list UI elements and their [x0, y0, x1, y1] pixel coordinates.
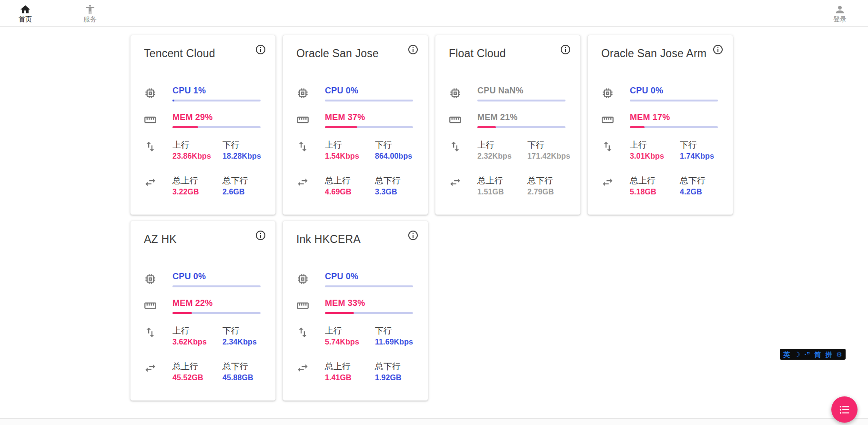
info-icon[interactable]	[406, 229, 420, 243]
swap-arrows-icon	[144, 176, 157, 189]
upload-label: 上行	[172, 325, 222, 336]
list-icon	[838, 404, 851, 416]
total-download: 总下行 2.6GB	[222, 175, 260, 196]
cpu-progressbar	[325, 285, 413, 287]
mem-progress-fill	[325, 126, 357, 128]
info-icon[interactable]	[711, 43, 725, 57]
upload-speed: 上行 3.01Kbps	[630, 139, 680, 161]
mem-label: MEM 21%	[477, 112, 565, 122]
server-list-fab[interactable]	[831, 396, 858, 423]
total-row: 总上行 45.52GB 总下行 45.88GB	[144, 361, 260, 382]
total-upload-label: 总上行	[630, 175, 680, 186]
total-row: 总上行 3.22GB 总下行 2.6GB	[144, 175, 260, 196]
up-down-arrows-icon	[449, 140, 462, 153]
nav-item-login[interactable]: 登录	[827, 4, 853, 23]
mem-label: MEM 33%	[325, 298, 413, 308]
download-value: 1.74Kbps	[680, 152, 717, 161]
download-speed: 下行 1.74Kbps	[680, 139, 717, 161]
total-download-value: 45.88GB	[222, 374, 260, 382]
mem-row: MEM 37%	[296, 112, 413, 128]
upload-speed: 上行 3.62Kbps	[172, 325, 222, 346]
cpu-chip-icon	[296, 87, 309, 100]
cpu-label: CPU NaN%	[477, 86, 565, 96]
server-grid: Tencent Cloud CPU 1% MEM 29%	[130, 35, 733, 401]
info-icon[interactable]	[406, 43, 420, 57]
upload-value: 3.01Kbps	[630, 152, 680, 161]
dashboard: Tencent Cloud CPU 1% MEM 29%	[130, 35, 733, 401]
speed-row: 上行 5.74Kbps 下行 11.69Kbps	[296, 325, 413, 346]
mem-progressbar	[325, 126, 413, 128]
download-speed: 下行 171.42Kbps	[527, 139, 570, 161]
cpu-progressbar	[630, 100, 718, 101]
cpu-row: CPU NaN%	[449, 86, 565, 101]
speed-row: 上行 3.01Kbps 下行 1.74Kbps	[601, 139, 717, 161]
server-name: Oracle San Jose Arm	[601, 47, 717, 60]
cpu-row: CPU 0%	[296, 272, 413, 287]
total-download-label: 总下行	[375, 175, 413, 186]
download-value: 11.69Kbps	[375, 338, 413, 346]
total-upload-value: 1.51GB	[477, 188, 527, 196]
server-card: Ink HKCERA CPU 0% MEM 33%	[283, 221, 428, 401]
total-download-value: 2.79GB	[527, 188, 565, 196]
up-down-arrows-icon	[144, 326, 157, 339]
mem-progress-fill	[325, 312, 354, 314]
upload-label: 上行	[172, 139, 222, 151]
ime-glyph[interactable]: ⚙	[836, 351, 842, 358]
ruler-icon	[601, 113, 614, 126]
swap-arrows-icon	[601, 176, 614, 189]
upload-label: 上行	[325, 139, 375, 151]
total-upload-value: 5.18GB	[630, 188, 680, 196]
info-icon[interactable]	[254, 229, 267, 243]
swap-arrows-icon	[296, 176, 309, 189]
upload-value: 5.74Kbps	[325, 338, 375, 346]
total-upload: 总上行 4.69GB	[325, 175, 375, 196]
info-icon[interactable]	[559, 43, 572, 57]
upload-value: 3.62Kbps	[172, 338, 222, 346]
cpu-chip-icon	[144, 87, 157, 100]
total-download-value: 4.2GB	[680, 188, 717, 196]
mem-row: MEM 21%	[449, 112, 565, 128]
cpu-progress-fill	[172, 100, 174, 101]
speed-row: 上行 1.54Kbps 下行 864.00bps	[296, 139, 413, 161]
nav-item-home[interactable]: 首页	[12, 4, 38, 23]
ime-glyph[interactable]: ·”	[805, 351, 810, 358]
nav-item-services[interactable]: 服务	[77, 4, 103, 23]
total-upload-value: 4.69GB	[325, 188, 375, 196]
total-upload-value: 1.41GB	[325, 374, 375, 382]
ime-glyph[interactable]: 简	[814, 351, 821, 358]
info-icon[interactable]	[254, 43, 267, 57]
download-value: 18.28Kbps	[222, 152, 261, 161]
ime-toolbar[interactable]: 英☽·”简拼⚙	[780, 349, 846, 360]
upload-speed: 上行 1.54Kbps	[325, 139, 375, 161]
download-value: 864.00bps	[375, 152, 413, 161]
nav-item-label: 登录	[833, 16, 847, 23]
ruler-icon	[144, 299, 157, 312]
download-value: 171.42Kbps	[527, 152, 570, 161]
ruler-icon	[144, 113, 157, 126]
total-upload: 总上行 3.22GB	[172, 175, 222, 196]
ime-glyph[interactable]: 拼	[825, 351, 832, 358]
server-name: Oracle San Jose	[296, 47, 413, 60]
total-download-value: 1.92GB	[375, 374, 413, 382]
mem-progressbar	[172, 126, 261, 128]
server-card: Oracle San Jose CPU 0% MEM 37%	[283, 35, 428, 215]
cpu-label: CPU 0%	[325, 272, 413, 282]
mem-label: MEM 37%	[325, 112, 413, 122]
total-row: 总上行 4.69GB 总下行 3.3GB	[296, 175, 413, 196]
total-upload: 总上行 45.52GB	[172, 361, 222, 382]
person-icon	[834, 4, 846, 15]
total-row: 总上行 5.18GB 总下行 4.2GB	[601, 175, 717, 196]
mem-progressbar	[172, 312, 261, 314]
mem-row: MEM 22%	[144, 298, 260, 314]
mem-progressbar	[630, 126, 718, 128]
nav-item-label: 服务	[83, 16, 97, 23]
upload-label: 上行	[325, 325, 375, 336]
total-download-label: 总下行	[375, 361, 413, 372]
upload-label: 上行	[630, 139, 680, 151]
cpu-row: CPU 0%	[144, 272, 260, 287]
total-download: 总下行 45.88GB	[222, 361, 260, 382]
swap-arrows-icon	[296, 362, 309, 374]
ime-glyph[interactable]: 英	[783, 351, 790, 358]
ime-glyph[interactable]: ☽	[794, 351, 800, 358]
total-download: 总下行 3.3GB	[375, 175, 413, 196]
